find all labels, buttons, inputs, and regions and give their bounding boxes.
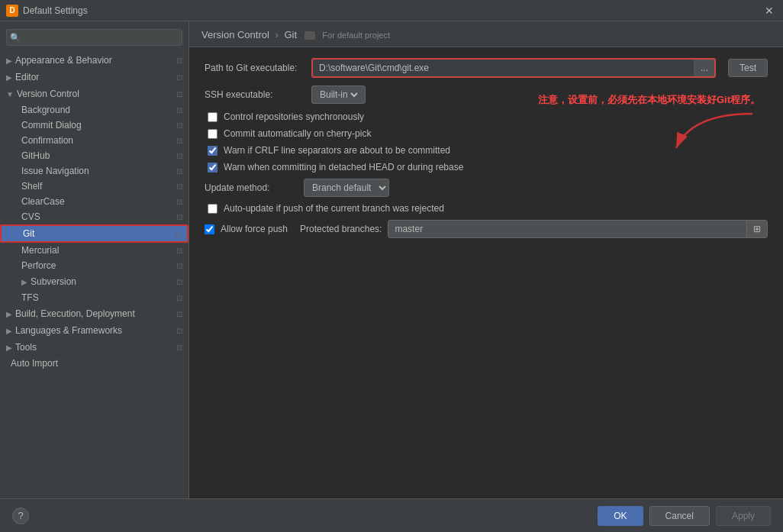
breadcrumb-vc: Version Control [201,29,269,40]
breadcrumb-git: Git [284,29,297,40]
checkbox-auto-commit-input[interactable] [208,129,218,139]
update-method-row: Update method: Branch default [205,179,768,197]
checkbox-ctrl-sync-label[interactable]: Control repositories synchronously [224,111,364,122]
checkbox-ctrl-sync-input[interactable] [208,112,218,122]
sidebar-icon-svn: ⊡ [176,278,182,286]
sidebar-item-editor[interactable]: Editor ⊡ [0,69,188,85]
git-path-row: Path to Git executable: ... Test [205,58,768,78]
app-icon: D [6,5,18,17]
sidebar-item-appearance[interactable]: Appearance & Behavior ⊡ [0,52,188,69]
sidebar-item-commit-dialog[interactable]: Commit Dialog ⊡ [0,118,188,133]
annotation-arrow [669,110,760,156]
checkbox-auto-commit-label[interactable]: Commit automatically on cherry-pick [224,128,371,139]
sidebar-label-commit-dialog: Commit Dialog [21,120,82,131]
link-icon [304,31,315,40]
sidebar-label-perforce: Perforce [21,260,56,271]
sidebar-icon-confirmation: ⊡ [176,137,182,145]
checkbox-warn-crlf-input[interactable] [208,146,218,156]
protected-branches-input[interactable] [388,221,746,237]
sidebar-label-git: Git [23,228,34,239]
sidebar-item-cvs[interactable]: CVS ⊡ [0,209,188,224]
sidebar-label-issue-navigation: Issue Navigation [21,166,89,176]
sidebar-icon-cvs: ⊡ [176,213,182,221]
ssh-select-wrap[interactable]: Built-in [311,85,366,104]
expand-arrow-tools [6,343,12,352]
checkbox-warn-detach: Warn when committing in detached HEAD or… [205,162,768,172]
sidebar-item-git[interactable]: Git ⊡ [0,224,188,243]
sidebar-item-version-control[interactable]: Version Control ⊡ [0,85,188,102]
sidebar-label-editor: Editor [15,72,39,82]
sidebar-label-build: Build, Execution, Deployment [15,308,135,319]
sidebar-item-confirmation[interactable]: Confirmation ⊡ [0,133,188,148]
sidebar-item-clearcase[interactable]: ClearCase ⊡ [0,194,188,209]
git-path-input[interactable] [313,60,694,76]
expand-arrow-languages [6,327,12,335]
sidebar-label-appearance: Appearance & Behavior [15,55,112,66]
title-bar-text: Default Settings [23,5,762,16]
ssh-label: SSH executable: [205,89,311,100]
footer-right: OK Cancel Apply [598,506,771,526]
sidebar-icon-clearcase: ⊡ [176,198,182,206]
panel-header: Version Control › Git For default projec… [189,21,783,47]
sidebar-item-github[interactable]: GitHub ⊡ [0,148,188,163]
panel-content: Path to Git executable: ... Test SSH exe… [189,47,783,498]
sidebar-icon-languages: ⊡ [176,327,182,335]
sidebar-item-background[interactable]: Background ⊡ [0,102,188,118]
search-input[interactable] [6,29,182,46]
force-push-row: Allow force push Protected branches: ⊞ [205,220,768,238]
checkbox-auto-update: Auto-update if push of the current branc… [205,203,768,214]
sidebar-icon-git: ⊡ [175,230,181,238]
browse-button[interactable]: ... [694,60,714,76]
sidebar-icon-issue-nav: ⊡ [176,167,182,176]
update-method-select[interactable]: Branch default [304,179,389,197]
sidebar-item-mercurial[interactable]: Mercurial ⊡ [0,243,188,258]
checkbox-warn-crlf-label[interactable]: Warn if CRLF line separators are about t… [224,145,450,156]
sidebar-label-background: Background [21,105,70,115]
sidebar-label-clearcase: ClearCase [21,196,65,207]
sidebar-item-perforce[interactable]: Perforce ⊡ [0,258,188,273]
apply-button[interactable]: Apply [716,506,771,526]
close-button[interactable]: ✕ [762,5,777,17]
update-method-label: Update method: [205,182,304,193]
sidebar-item-shelf[interactable]: Shelf ⊡ [0,179,188,194]
sidebar-icon-tools: ⊡ [176,343,182,352]
ok-button[interactable]: OK [598,506,643,526]
ssh-select[interactable]: Built-in [317,89,360,101]
checkbox-force-push-input[interactable] [205,224,214,234]
path-label: Path to Git executable: [205,63,311,73]
sidebar-label-github: GitHub [21,150,50,161]
search-box[interactable]: 🔍 [6,29,182,46]
checkbox-warn-detach-input[interactable] [208,163,218,172]
sidebar-item-auto-import[interactable]: Auto Import [0,356,188,371]
expand-arrow-vc [6,90,14,98]
sidebar-label-tools: Tools [15,342,37,353]
cancel-button[interactable]: Cancel [649,506,710,526]
path-input-wrap: ... [311,58,716,78]
breadcrumb-sep: › [276,29,279,40]
protected-branches-label: Protected branches: [300,224,382,234]
sidebar-icon-github: ⊡ [176,152,182,160]
sidebar-item-subversion[interactable]: Subversion ⊡ [0,273,188,290]
protected-icon-button[interactable]: ⊞ [746,221,767,237]
sidebar-item-tfs[interactable]: TFS ⊡ [0,290,188,305]
sidebar-icon-editor: ⊡ [176,73,182,82]
help-button[interactable]: ? [12,508,29,524]
checkbox-auto-update-label[interactable]: Auto-update if push of the current branc… [224,203,444,214]
sidebar-item-issue-navigation[interactable]: Issue Navigation ⊡ [0,163,188,179]
checkbox-auto-update-input[interactable] [208,204,218,214]
sidebar-label-subversion: Subversion [31,276,76,287]
sidebar-label-mercurial: Mercurial [21,245,59,256]
sidebar-item-tools[interactable]: Tools ⊡ [0,339,188,356]
sidebar-item-build[interactable]: Build, Execution, Deployment ⊡ [0,305,188,322]
main-container: 🔍 Appearance & Behavior ⊡ Editor ⊡ Versi… [0,21,783,532]
sidebar-label-auto-import: Auto Import [11,358,58,369]
sidebar-icon-background: ⊡ [176,106,182,114]
sidebar-icon-tfs: ⊡ [176,294,182,302]
sidebar-item-languages[interactable]: Languages & Frameworks ⊡ [0,322,188,339]
checkbox-warn-detach-label[interactable]: Warn when committing in detached HEAD or… [224,162,463,172]
sidebar-icon-mercurial: ⊡ [176,247,182,255]
sidebar-label-shelf: Shelf [21,181,42,192]
checkbox-force-push-label[interactable]: Allow force push [221,224,288,234]
sidebar-label-tfs: TFS [21,292,39,303]
test-button[interactable]: Test [728,59,768,77]
